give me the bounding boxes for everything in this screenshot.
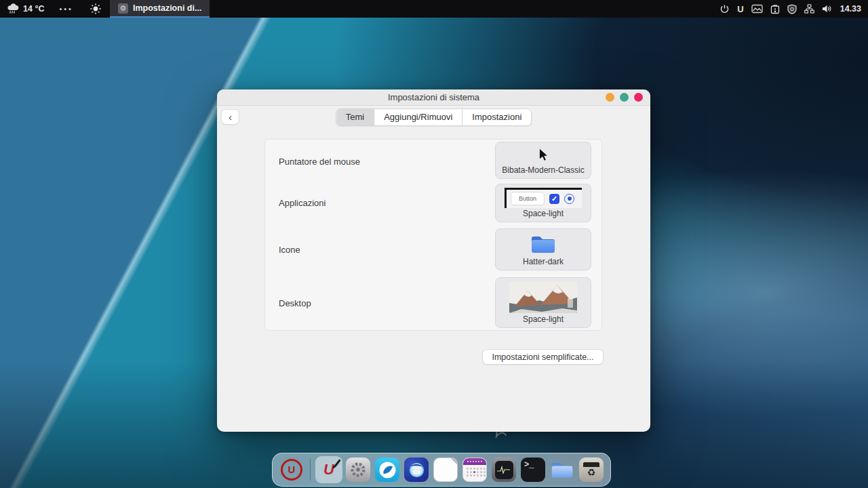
system-monitor-icon xyxy=(492,458,516,482)
shield-icon[interactable] xyxy=(787,4,797,14)
browser-icon xyxy=(375,458,399,482)
dock-text-editor[interactable]: U xyxy=(315,456,342,483)
dock-terminal[interactable]: >_ xyxy=(519,456,547,483)
brightness-icon[interactable] xyxy=(81,3,110,15)
ubuntu-u-icon[interactable]: U xyxy=(737,4,743,14)
package-icon[interactable] xyxy=(770,4,780,14)
volume-icon[interactable] xyxy=(822,4,833,14)
trash-icon: ♻ xyxy=(579,458,604,482)
tab-aggiungi-rimuovi[interactable]: Aggiungi/Rimuovi xyxy=(374,109,462,125)
row-label-mouse-pointer: Puntatore del mouse xyxy=(279,157,360,167)
desktop-theme-button[interactable]: Space-light xyxy=(495,277,591,328)
folder-icon xyxy=(550,460,574,480)
editor-logo-icon: U xyxy=(323,461,334,479)
themes-panel: Puntatore del mouse Bibata-Modern-Classi… xyxy=(264,139,602,331)
window-titlebar[interactable]: Impostazioni di sistema xyxy=(217,89,650,106)
power-icon[interactable] xyxy=(719,4,730,14)
application-theme-name: Space-light xyxy=(523,208,564,219)
clock[interactable]: 14.33 xyxy=(840,4,861,14)
dock-unity-launcher[interactable]: U xyxy=(278,456,305,483)
thunderbird-icon xyxy=(404,458,429,482)
close-button[interactable] xyxy=(634,93,643,102)
mouse-theme-button[interactable]: Bibata-Modern-Classic xyxy=(495,142,591,179)
dock-calendar[interactable] xyxy=(461,456,488,483)
sample-checkbox: ✓ xyxy=(549,194,559,204)
tab-impostazioni[interactable]: Impostazioni xyxy=(462,109,531,125)
tab-temi[interactable]: Temi xyxy=(336,109,374,125)
dock-document[interactable] xyxy=(432,456,459,483)
dock-separator xyxy=(310,459,311,481)
widget-sample-preview: Button ✓ xyxy=(505,188,582,208)
pen-icon xyxy=(334,459,340,467)
unity-logo-icon: U xyxy=(281,459,302,481)
cursor-arrow-icon xyxy=(538,148,549,162)
blue-folder-icon xyxy=(530,233,557,255)
row-label-desktop: Desktop xyxy=(279,298,311,308)
document-icon xyxy=(433,458,458,482)
application-theme-button[interactable]: Button ✓ Space-light xyxy=(495,184,591,222)
calendar-icon xyxy=(462,458,487,482)
mountain-wallpaper-thumbnail xyxy=(509,282,577,313)
maximize-button[interactable] xyxy=(620,93,629,102)
taskbar-window-title: Impostazioni di... xyxy=(133,3,201,13)
sample-radio xyxy=(564,194,574,204)
dock-settings[interactable] xyxy=(344,456,372,483)
weather-temperature: 14 °C xyxy=(23,4,44,14)
gear-icon: ⚙ xyxy=(118,3,128,14)
dock: U U xyxy=(272,453,611,487)
desktop: 14 °C ••• ⚙ Impostazioni di... U xyxy=(0,0,868,488)
network-icon[interactable] xyxy=(804,4,814,14)
icon-theme-button[interactable]: Hatter-dark xyxy=(495,228,591,270)
mouse-theme-name: Bibata-Modern-Classic xyxy=(502,165,584,176)
dock-browser[interactable] xyxy=(374,456,401,483)
weather-widget[interactable]: 14 °C xyxy=(0,0,51,18)
tab-bar: Temi Aggiungi/Rimuovi Impostazioni xyxy=(336,108,532,126)
taskbar-window-tab[interactable]: ⚙ Impostazioni di... xyxy=(110,0,210,18)
desktop-theme-name: Space-light xyxy=(523,314,564,325)
terminal-icon: >_ xyxy=(521,458,545,482)
gear-icon xyxy=(346,458,370,482)
icon-theme-name: Hatter-dark xyxy=(523,256,564,267)
chevron-left-icon: ‹ xyxy=(229,111,232,123)
photo-icon[interactable] xyxy=(751,4,763,14)
window-title: Impostazioni di sistema xyxy=(388,92,479,102)
window-toolbar: ‹ Temi Aggiungi/Rimuovi Impostazioni xyxy=(217,106,650,136)
top-menu-bar: 14 °C ••• ⚙ Impostazioni di... U xyxy=(0,0,868,18)
simplified-settings-button[interactable]: Impostazioni semplificate... xyxy=(482,349,604,365)
row-label-icons: Icone xyxy=(279,245,300,255)
settings-window: Impostazioni di sistema ‹ Temi Aggiungi/… xyxy=(217,89,650,432)
row-label-applications: Applicazioni xyxy=(279,198,326,208)
dock-thunderbird[interactable] xyxy=(403,456,430,483)
sample-button: Button xyxy=(511,192,545,205)
dock-files[interactable] xyxy=(549,456,576,483)
dock-trash[interactable]: ♻ xyxy=(578,456,605,483)
menu-dots-icon[interactable]: ••• xyxy=(51,5,81,13)
minimize-button[interactable] xyxy=(606,93,614,102)
dock-system-monitor[interactable] xyxy=(490,456,517,483)
back-button[interactable]: ‹ xyxy=(221,109,239,125)
cloud-rain-icon xyxy=(7,3,19,14)
